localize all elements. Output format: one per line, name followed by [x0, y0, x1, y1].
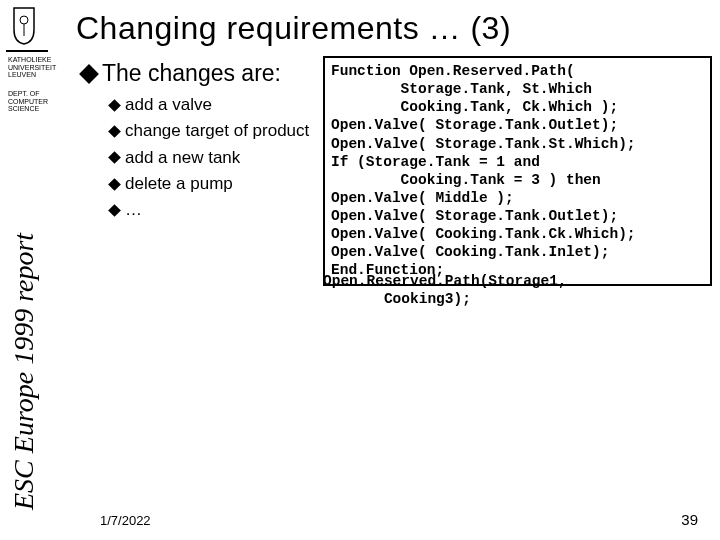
diamond-bullet-icon — [108, 178, 121, 191]
diamond-bullet-icon — [108, 125, 121, 138]
list-item: … — [110, 197, 309, 223]
list-item: delete a pump — [110, 171, 309, 197]
code-line: Storage.Tank, St.Which — [331, 81, 592, 97]
main-heading: The changes are: — [82, 60, 281, 87]
department-label: DEPT. OF COMPUTER SCIENCE — [8, 90, 48, 113]
list-item-label: add a new tank — [125, 145, 240, 171]
footer-date: 1/7/2022 — [100, 513, 151, 528]
code-line: If (Storage.Tank = 1 and — [331, 154, 540, 170]
diamond-bullet-icon — [79, 64, 99, 84]
code-line: Function Open.Reserved.Path( — [331, 63, 575, 79]
university-label: KATHOLIEKE UNIVERSITEIT LEUVEN — [8, 56, 56, 79]
code-line: Open.Valve( Storage.Tank.St.Which); — [331, 136, 636, 152]
slide-title: Changing requirements … (3) — [76, 10, 511, 47]
code-line: Cooking.Tank = 3 ) then — [331, 172, 601, 188]
footer-page-number: 39 — [681, 511, 698, 528]
code-line: Cooking.Tank, Ck.Which ); — [331, 99, 618, 115]
sidebar-report-label: ESC Europe 1999 report — [8, 233, 40, 510]
list-item: add a new tank — [110, 145, 309, 171]
list-item: change target of product — [110, 118, 309, 144]
code-line: Open.Valve( Storage.Tank.Outlet); — [331, 117, 618, 133]
code-line: Open.Valve( Middle ); — [331, 190, 514, 206]
logo-divider — [6, 50, 48, 52]
university-crest-icon — [10, 6, 38, 46]
slide: Changing requirements … (3) KATHOLIEKE U… — [0, 0, 720, 540]
code-call-block: Open.Reserved.Path(Storage1, Cooking3); — [323, 272, 712, 308]
list-item-label: add a valve — [125, 92, 212, 118]
code-block: Function Open.Reserved.Path( Storage.Tan… — [323, 56, 712, 286]
list-item-label: delete a pump — [125, 171, 233, 197]
svg-point-0 — [20, 16, 28, 24]
diamond-bullet-icon — [108, 99, 121, 112]
code-line: Cooking3); — [323, 291, 471, 307]
diamond-bullet-icon — [108, 151, 121, 164]
heading-text: The changes are: — [102, 60, 281, 87]
list-item-label: change target of product — [125, 118, 309, 144]
bullet-list: add a valve change target of product add… — [110, 92, 309, 224]
code-line: Open.Reserved.Path(Storage1, — [323, 273, 567, 289]
code-line: Open.Valve( Cooking.Tank.Inlet); — [331, 244, 609, 260]
list-item-label: … — [125, 197, 142, 223]
diamond-bullet-icon — [108, 204, 121, 217]
code-line: Open.Valve( Cooking.Tank.Ck.Which); — [331, 226, 636, 242]
list-item: add a valve — [110, 92, 309, 118]
code-line: Open.Valve( Storage.Tank.Outlet); — [331, 208, 618, 224]
